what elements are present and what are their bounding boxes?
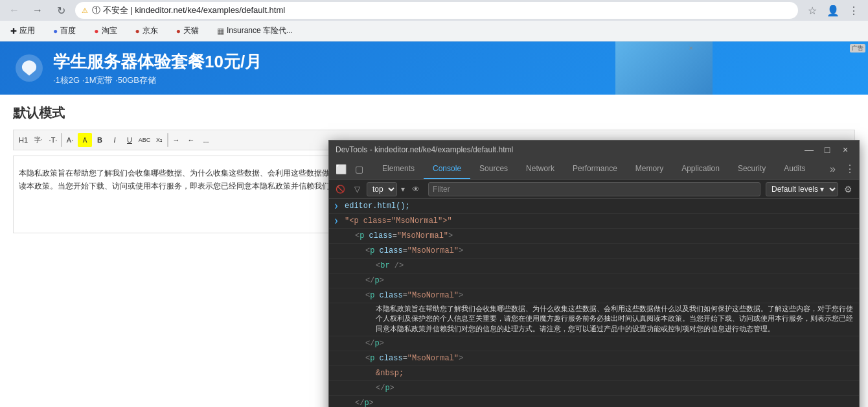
devtools-titlebar: DevTools - kindeditor.net/ke4/examples/d… [329,141,859,159]
console-line-1: ❯ editor.html(); [329,199,859,214]
insurance-icon: ▦ [217,27,224,36]
jd-icon: ● [135,27,140,36]
toolbar-btn-t[interactable]: ·T· [46,133,60,147]
devtools-maximize-btn[interactable]: □ [820,143,834,157]
ad-badge: 广告 [850,44,865,52]
console-levels-select[interactable]: Default levels ▾ [766,182,838,196]
devtools-minimize-btn[interactable]: — [802,143,816,157]
toolbar-btn-outdent[interactable]: ← [184,133,198,147]
console-line-7: <p class="MsoNormal"> [329,288,859,303]
bookmark-taobao-label: 淘宝 [102,25,117,36]
console-arrow-down: ❯ [334,216,338,226]
star-button[interactable]: ☆ [803,1,821,19]
tab-performance[interactable]: Performance [564,159,626,180]
console-line-2: ❯ "<p class="MsoNormal">" [329,214,859,229]
ad-text: 学生服务器体验套餐10元/月 ·1核2G ·1M宽带 ·50GB存储 [53,51,262,86]
console-toolbar: 🚫 ▽ top ▾ 👁 Default levels ▾ ⚙ [329,180,859,199]
bookmark-taobao[interactable]: ● 淘宝 [89,23,122,39]
page-area: 学生服务器体验套餐10元/月 ·1核2G ·1M宽带 ·50GB存储 广告 × … [0,41,868,407]
toolbar-btn-font[interactable]: 字· [31,133,45,147]
taobao-icon: ● [94,27,98,36]
console-line-13: </p> [329,396,859,407]
console-line-5: <br /> [329,259,859,273]
bookmark-jd-label: 京东 [143,25,158,36]
toolbar-btn-bold[interactable]: B [93,133,107,147]
devtools-tabs: ⬜ ▢ Elements Console Sources Network Per… [329,159,859,180]
console-settings-btn[interactable]: ⚙ [841,182,855,196]
toolbar-btn-indent[interactable]: → [169,133,183,147]
console-context-select[interactable]: top [367,182,397,196]
console-line-content-3: <p class="MsoNormal"> [355,230,854,242]
tab-audits[interactable]: Audits [775,159,814,180]
toolbar-btn-divider2 [167,133,168,147]
bookmark-insurance[interactable]: ▦ Insurance 车险代... [212,23,298,39]
toolbar-btn-divider [61,133,62,147]
console-line-content-6: </p> [365,275,854,286]
toolbar-btn-more[interactable]: ... [199,133,213,147]
back-button[interactable]: ← [5,1,23,19]
tab-elements[interactable]: Elements [373,159,424,180]
security-icon: ⚠ [82,6,88,15]
ad-logo [13,52,45,84]
console-line-content-7: <p class="MsoNormal"> [365,290,854,301]
browser-chrome: ← → ↻ ⚠ ① 不安全 | kindeditor.net/ke4/examp… [0,0,868,41]
devtools-inspect-icon[interactable]: ▢ [350,160,368,178]
console-line-4: <p class="MsoNormal"> [329,244,859,259]
address-bar[interactable]: ⚠ ① 不安全 | kindeditor.net/ke4/examples/de… [75,2,798,19]
toolbar-btn-h1[interactable]: H1 [16,133,30,147]
console-line-content-13: </p> [355,397,854,407]
devtools-settings-btn[interactable]: ⋮ [841,163,859,175]
devtools-panel: DevTools - kindeditor.net/ke4/examples/d… [328,140,860,407]
tab-security[interactable]: Security [729,159,775,180]
console-eye-btn[interactable]: 👁 [409,182,423,196]
bookmark-tmall[interactable]: ● 天猫 [171,23,204,39]
menu-button[interactable]: ⋮ [845,1,863,19]
console-line-12: </p> [329,381,859,396]
console-line-content-12: </p> [376,382,854,394]
tmall-icon: ● [176,27,181,36]
devtools-window-buttons: — □ × [802,143,852,157]
toolbar-btn-a2[interactable]: A [78,133,92,147]
console-line-content-1: editor.html(); [345,200,854,212]
page-heading: 默认模式 [13,104,855,122]
tab-network[interactable]: Network [517,159,564,180]
console-line-content-11: &nbsp; [376,367,854,379]
console-body[interactable]: ❯ editor.html(); ❯ "<p class="MsoNormal"… [329,199,859,407]
tab-console[interactable]: Console [424,159,470,180]
refresh-button[interactable]: ↻ [52,1,70,19]
bookmark-apps[interactable]: ✚ 应用 [5,23,40,39]
devtools-tab-group: Elements Console Sources Network Perform… [371,159,825,180]
console-line-10: <p class="MsoNormal"> [329,351,859,366]
console-line-content-4: <p class="MsoNormal"> [365,245,854,257]
forward-button[interactable]: → [29,1,47,19]
devtools-dock-icons: ⬜ ▢ [329,160,371,178]
console-clear-btn[interactable]: 🚫 [333,182,347,196]
console-line-9: </p> [329,336,859,351]
toolbar-btn-underline[interactable]: U [122,133,137,147]
ad-title: 学生服务器体验套餐10元/月 [53,51,262,73]
console-line-content-10: <p class="MsoNormal"> [365,353,854,364]
ad-banner[interactable]: 学生服务器体验套餐10元/月 ·1核2G ·1M宽带 ·50GB存储 广告 × [0,41,868,95]
ad-close-btn[interactable]: × [689,44,693,52]
tab-application[interactable]: Application [672,159,729,180]
console-arrow-right: ❯ [334,202,338,211]
toolbar-btn-a[interactable]: A· [63,133,77,147]
bookmark-baidu[interactable]: ● 百度 [48,23,81,39]
devtools-pointer-icon[interactable]: ⬜ [332,160,350,178]
console-line-content-9: </p> [365,338,854,349]
toolbar-btn-sub[interactable]: X₂ [152,133,166,147]
tencent-cloud-icon [20,59,38,77]
devtools-more-tabs-btn[interactable]: » [825,163,841,175]
toolbar-btn-italic[interactable]: I [108,133,122,147]
tab-memory[interactable]: Memory [626,159,672,180]
console-filter-input[interactable] [428,182,760,196]
console-filter-toggle-btn[interactable]: ▽ [350,182,364,196]
bookmark-baidu-label: 百度 [60,25,76,36]
console-line-3: <p class="MsoNormal"> [329,229,859,244]
tab-sources[interactable]: Sources [470,159,517,180]
toolbar-btn-strike[interactable]: ABC [137,133,152,147]
bookmark-jd[interactable]: ● 京东 [130,23,163,39]
profile-button[interactable]: 👤 [824,1,842,19]
devtools-close-btn[interactable]: × [838,143,852,157]
browser-titlebar: ← → ↻ ⚠ ① 不安全 | kindeditor.net/ke4/examp… [0,0,868,21]
